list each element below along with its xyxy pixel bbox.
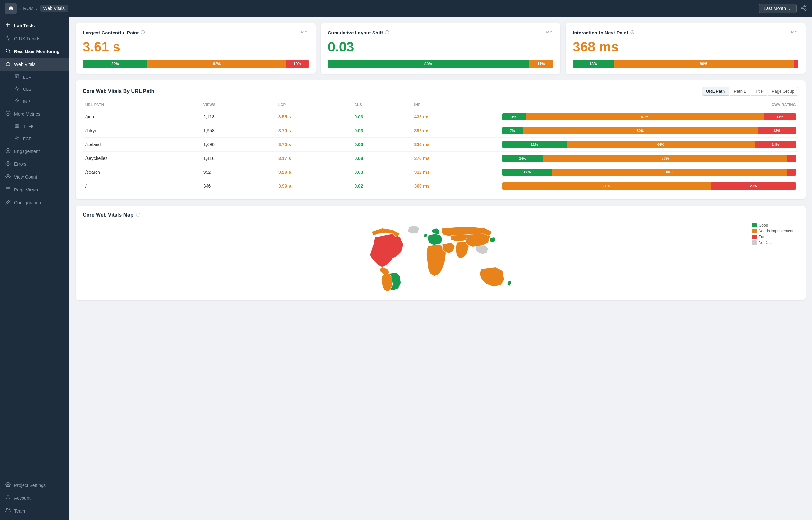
- cls-cell: 0.02: [352, 179, 411, 193]
- sidebar-item-project-settings[interactable]: Project Settings: [0, 479, 69, 492]
- sidebar-item-account[interactable]: Account: [0, 492, 69, 504]
- breadcrumb-web-vitals[interactable]: Web Vitals: [40, 4, 68, 12]
- web-vitals-icon: [5, 61, 11, 68]
- sidebar-item-lcp[interactable]: LCP: [0, 71, 69, 83]
- sidebar-item-view-count[interactable]: View Count: [0, 171, 69, 183]
- metric-card-title: Cumulative Layout Shift ⓘ: [328, 30, 389, 35]
- more-metrics-icon: [5, 111, 11, 117]
- configuration-icon: [5, 200, 11, 206]
- cls-cell: 0.03: [352, 110, 411, 124]
- sidebar-item-crux-trends[interactable]: CrUX Trends: [0, 32, 69, 45]
- rating-bar-segment: 11%: [764, 113, 796, 120]
- top-nav-right: Last Month ⌄: [759, 3, 807, 13]
- map-card: Core Web Vitals Map ⓘ: [76, 206, 806, 300]
- legend-item-good: Good: [752, 223, 793, 228]
- help-icon[interactable]: ⓘ: [630, 30, 634, 35]
- sidebar: Lab Tests CrUX Trends Real User Monitori…: [0, 17, 69, 520]
- inp-cell: 432 ms: [411, 110, 499, 124]
- table-row[interactable]: / 346 3.99 s 0.02 360 ms 71%29%: [83, 179, 799, 193]
- table-row[interactable]: /peru 2,113 3.55 s 0.03 432 ms 8%81%11%: [83, 110, 799, 124]
- sidebar-item-ttfb[interactable]: TTFB: [0, 120, 69, 133]
- path-cell: /peru: [83, 110, 201, 124]
- help-icon[interactable]: ⓘ: [385, 30, 389, 35]
- legend-label: Poor: [759, 235, 767, 239]
- rating-bar-segment: 64%: [567, 141, 755, 148]
- svg-rect-13: [17, 124, 19, 126]
- svg-point-24: [7, 496, 9, 497]
- table-row[interactable]: /search 992 3.29 s 0.03 312 ms 17%80%: [83, 165, 799, 179]
- map-help-icon[interactable]: ⓘ: [136, 212, 140, 218]
- rating-cell: 22%64%14%: [499, 138, 799, 152]
- breadcrumb-rum[interactable]: RUM: [23, 6, 33, 11]
- rum-icon: [5, 48, 11, 55]
- rating-cell: 7%80%13%: [499, 124, 799, 138]
- svg-line-3: [803, 8, 805, 9]
- table-title: Core Web Vitals By URL Path: [83, 88, 154, 94]
- crux-trends-icon: [5, 35, 11, 42]
- sidebar-item-rum[interactable]: Real User Monitoring: [0, 45, 69, 58]
- sidebar-item-errors[interactable]: Errors: [0, 158, 69, 171]
- table-row[interactable]: /tokyo 1,958 3.70 s 0.03 392 ms 7%80%13%: [83, 124, 799, 138]
- share-button[interactable]: [801, 4, 807, 12]
- bar-segment-red: 10%: [286, 60, 308, 68]
- rating-bar-segment: 14%: [502, 155, 543, 162]
- table-row[interactable]: /iceland 1,690 3.70 s 0.03 336 ms 22%64%…: [83, 138, 799, 152]
- inp-cell: 360 ms: [411, 179, 499, 193]
- content-area: Largest Contentful Paint ⓘ P75 3.61 s 29…: [69, 17, 812, 520]
- bar-segment-green: 89%: [328, 60, 529, 68]
- cwv-table-card: Core Web Vitals By URL Path URL PathPath…: [76, 80, 806, 199]
- rating-bar-segment: 83%: [543, 155, 787, 162]
- rating-cell: 8%81%11%: [499, 110, 799, 124]
- cwv-rating-bar: 8%81%11%: [502, 113, 796, 120]
- tab-url-path[interactable]: URL Path: [702, 87, 729, 96]
- inp-cell: 336 ms: [411, 138, 499, 152]
- cwv-rating-bar: 71%29%: [502, 182, 796, 189]
- metric-card-header: Cumulative Layout Shift ⓘ P75: [328, 30, 554, 35]
- sidebar-item-team[interactable]: Team: [0, 504, 69, 517]
- inp-cell: 392 ms: [411, 124, 499, 138]
- breadcrumb-chevron-1: ›: [19, 6, 21, 11]
- sidebar-item-fcp[interactable]: FCP: [0, 133, 69, 145]
- view-count-icon: [5, 174, 11, 180]
- sidebar-item-more-metrics[interactable]: More Metrics: [0, 107, 69, 120]
- views-cell: 346: [201, 179, 276, 193]
- table-row[interactable]: /seychelles 1,416 3.17 s 0.08 376 ms 14%…: [83, 152, 799, 165]
- path-cell: /seychelles: [83, 152, 201, 165]
- col-header-cwv-rating: CWV RATING: [499, 101, 799, 110]
- legend-item-needs-improvement: Needs Improvement: [752, 229, 793, 233]
- sidebar-item-page-views[interactable]: Page Views: [0, 183, 69, 196]
- svg-point-0: [805, 5, 806, 6]
- sidebar-item-cls[interactable]: CLS: [0, 83, 69, 95]
- metric-bar: 89%11%: [328, 60, 554, 68]
- tab-path-1[interactable]: Path 1: [730, 87, 750, 96]
- path-cell: /tokyo: [83, 124, 201, 138]
- map-legend: Good Needs Improvement Poor No Data: [752, 223, 793, 245]
- help-icon[interactable]: ⓘ: [141, 30, 145, 35]
- map-container: Good Needs Improvement Poor No Data: [83, 223, 799, 294]
- svg-point-21: [7, 176, 9, 177]
- sidebar-item-configuration[interactable]: Configuration: [0, 196, 69, 209]
- views-cell: 2,113: [201, 110, 276, 124]
- last-month-button[interactable]: Last Month ⌄: [759, 3, 796, 13]
- lcp-cell: 3.17 s: [276, 152, 352, 165]
- tab-page-group[interactable]: Page Group: [767, 87, 799, 96]
- home-button[interactable]: [5, 3, 17, 14]
- world-map-svg: [83, 223, 799, 294]
- legend-color: [752, 240, 757, 245]
- tab-group: URL PathPath 1TitlePage Group: [702, 87, 799, 96]
- metric-card-title: Interaction to Next Paint ⓘ: [573, 30, 634, 35]
- metric-bar: 29%62%10%: [83, 60, 308, 68]
- metric-cards-row: Largest Contentful Paint ⓘ P75 3.61 s 29…: [76, 23, 806, 74]
- breadcrumb-chevron-2: ›: [36, 6, 37, 11]
- page-views-icon: [5, 187, 11, 193]
- project-settings-icon: [5, 482, 11, 489]
- sidebar-item-inp[interactable]: INP: [0, 95, 69, 107]
- account-icon: [5, 495, 11, 501]
- bar-segment-red: [794, 60, 799, 68]
- tab-title[interactable]: Title: [751, 87, 767, 96]
- sidebar-item-web-vitals[interactable]: Web Vitals: [0, 58, 69, 71]
- engagement-icon: [5, 148, 11, 154]
- sidebar-item-lab-tests[interactable]: Lab Tests: [0, 19, 69, 32]
- svg-line-6: [9, 52, 10, 53]
- sidebar-item-engagement[interactable]: Engagement: [0, 145, 69, 158]
